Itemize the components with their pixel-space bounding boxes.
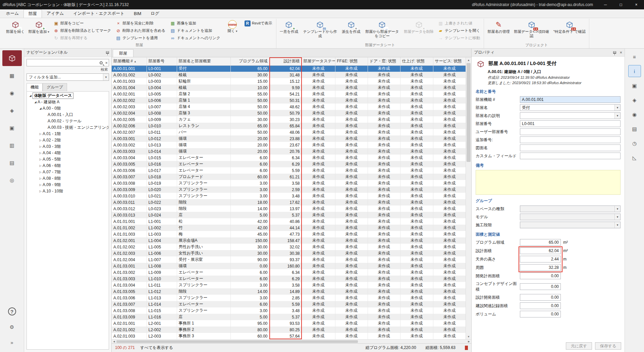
tree-a05[interactable]: ▷A.05 - 5階 <box>27 156 109 163</box>
menu-bim[interactable]: BIM <box>129 9 146 18</box>
panel-documents-panel[interactable]: ▤ <box>628 123 641 135</box>
column-header[interactable]: プログラム領域 <box>230 57 269 65</box>
tree-a04[interactable]: ▷A.04 - 4階 <box>27 150 109 156</box>
tree-a02[interactable]: ▷A.02 - 2階 <box>27 137 109 143</box>
table-row[interactable]: A.00.02.006L0-010レストラン65.0065.84未作成未作成未作… <box>112 123 466 129</box>
room-name-description-input[interactable]: ▼ <box>520 112 621 119</box>
panel-model-panel[interactable]: ◈ <box>628 94 641 106</box>
sidebar-buildings-view[interactable]: ▥ <box>2 137 22 153</box>
menu-import-export[interactable]: インポート・エクスポート <box>68 9 129 18</box>
table-row[interactable]: A.01.03.004L1-011スプリンクラー3.003.58未作成未作成未作… <box>112 282 466 288</box>
ribbon-button-apply-template[interactable]: ▤テンプレートを適用 <box>114 35 167 42</box>
ribbon-button-www-open[interactable]: www開く ▾ <box>223 19 242 43</box>
notes-field[interactable] <box>476 170 621 195</box>
table-row[interactable]: A.00.01.002L0-002植栽30.0031.48未作成未作成未作成未作… <box>112 72 466 78</box>
ribbon-button-create-unique[interactable]: +一意を作成 <box>278 19 300 43</box>
table-row[interactable]: A.01.02.002L1-005男性お手洗い30.0032.02未作成未作成未… <box>112 244 466 250</box>
table-row[interactable]: A.00.03.011L0-022階段18.0017.62未作成未作成未作成未作… <box>112 199 466 206</box>
table-row[interactable]: A.00.01.003L0-003駐輪所15.0015.12未作成未作成未作成未… <box>112 78 466 84</box>
column-header[interactable]: サービス: 状態 <box>433 57 466 65</box>
ribbon-button-manage-room-names[interactable]: ✎部屋名の管理 <box>486 19 511 43</box>
chevron-down-icon[interactable]: ▼ <box>614 113 620 119</box>
ribbon-button-delete-room-permanently[interactable]: ×部屋を完全に削除 <box>114 20 167 27</box>
table-row[interactable]: A.01.03.003L1-010エレベーター6.006.29未作成未作成未作成… <box>112 276 466 282</box>
tree-a01[interactable]: ▷A.01 - 1階 <box>27 131 109 137</box>
scroll-up-icon[interactable]: ▲ <box>466 57 471 63</box>
save-button[interactable]: 保存する <box>595 342 621 350</box>
panel-measure-panel[interactable]: ◺ <box>628 152 641 164</box>
tree-collapsed-icon[interactable]: ▷ <box>38 190 43 193</box>
close-button[interactable]: × <box>629 0 644 9</box>
ribbon-button-open-room[interactable]: →部屋を開く <box>5 19 26 43</box>
sidebar-items-view[interactable]: ▦ <box>2 68 22 83</box>
room-name-input[interactable]: 受付▼ <box>520 104 621 111</box>
sidebar-products-view[interactable]: ◉ <box>2 85 22 101</box>
tree-a08[interactable]: ▷A.08 - 8階 <box>27 175 109 182</box>
tree-expanded-icon[interactable]: ◢ <box>38 107 43 110</box>
tree-a0003[interactable]: A.00.03 - 技術・エンジニアリング <box>27 124 109 131</box>
maximize-button[interactable]: □ <box>613 0 629 9</box>
table-row[interactable]: A.01.02.004L1-007受付・展示室90.0093.37未作成未作成未… <box>112 256 466 263</box>
tree-collapsed-icon[interactable]: ▷ <box>38 171 43 174</box>
table-row[interactable]: A.01.03.006L1-013スプリンクラー3.002.85未作成未作成未作… <box>112 295 466 301</box>
table-row[interactable]: A.00.03.009L0-020スプリンクラー3.002.59未作成未作成未作… <box>112 186 466 193</box>
construction-record-area-input[interactable]: 0.00 <box>520 302 561 309</box>
chevron-down-icon[interactable]: ▼ <box>614 105 620 111</box>
table-row[interactable]: A.00.03.002L0-013循環20.0023.67未作成未作成未作成未作… <box>112 142 466 148</box>
concept-design-area-input[interactable]: 0.00 <box>520 283 561 290</box>
sidebar-classification-view[interactable]: ◎ <box>2 172 22 188</box>
sidebar-rooms-view[interactable] <box>2 50 22 66</box>
tree-collapsed-icon[interactable]: ▷ <box>38 158 43 161</box>
tab-groups[interactable]: グループ <box>43 83 67 91</box>
volume-input[interactable]: 0.00 <box>520 311 561 317</box>
room-function-number-input[interactable]: A.00.01.001 <box>520 96 621 103</box>
table-row[interactable]: A.01.03.005L1-012階段14.0014.89未作成未作成未作成未作… <box>112 288 466 295</box>
table-row[interactable]: A.01.02.003L1-006女性お手洗い30.0030.38未作成未作成未… <box>112 250 466 256</box>
table-row[interactable]: A.00.03.003L0-014循環20.0020.76未作成未作成未作成未作… <box>112 148 466 155</box>
tree-a0001[interactable]: A.00.01 - 入口 <box>27 112 109 118</box>
design-development-area-input[interactable]: 0.00 <box>520 294 561 301</box>
table-row[interactable]: A.00.01.001L0-001受付65.0062.04未作成未作成未作成未作… <box>112 65 466 72</box>
table-row[interactable]: A.01.03.002L1-009エレベーター6.006.34未作成未作成未作成… <box>112 269 466 276</box>
table-row[interactable]: A.02.01.003L2-003事務所 360.0057.64未作成未作成未作… <box>112 333 466 339</box>
design-area-input[interactable]: 62.04 <box>520 247 561 254</box>
pin-icon[interactable] <box>106 51 109 54</box>
sidebar-systems-view[interactable]: ◈ <box>2 103 22 118</box>
vertical-scrollbar[interactable]: ▲ ▼ <box>466 57 471 339</box>
tab-rooms[interactable]: 部屋 <box>113 49 133 57</box>
panel-info-panel[interactable]: i <box>628 65 641 77</box>
column-header[interactable]: FF&E: 状態 <box>335 57 368 65</box>
table-row[interactable]: A.00.03.004L0-015エレベーター6.006.34未作成未作成未作成… <box>112 155 466 161</box>
menu-home[interactable]: ホーム <box>1 9 23 18</box>
table-row[interactable]: A.00.03.005L0-016エレベーター6.006.29未作成未作成未作成… <box>112 161 466 167</box>
development-plan-area-input[interactable]: 0.00 <box>520 273 561 279</box>
table-row[interactable]: A.01.03.007L1-014エレベーター6.005.59未作成未作成未作成… <box>112 301 466 307</box>
pin-icon[interactable] <box>613 51 616 54</box>
ribbon-button-delete-room-data[interactable]: ×部屋データを削除 <box>402 19 435 43</box>
menu-items[interactable]: アイテム <box>42 9 68 18</box>
tree-collapsed-icon[interactable]: ▷ <box>38 183 43 186</box>
sidebar-settings[interactable]: ⚙ <box>2 321 22 333</box>
panel-history-panel[interactable]: ◷ <box>628 137 641 149</box>
ribbon-button-add-room[interactable]: +部屋を追加 ▾ <box>27 19 51 43</box>
column-header[interactable]: 部屋データステータス <box>302 57 335 65</box>
close-panel-icon[interactable]: × <box>620 50 622 55</box>
custom-field-input[interactable] <box>520 153 621 159</box>
column-header[interactable]: 仕上げ: 状態 <box>400 57 433 65</box>
space-type-input[interactable]: ▼ <box>520 206 621 212</box>
search-input[interactable] <box>26 59 109 66</box>
tree-collapsed-icon[interactable]: ▷ <box>38 132 43 135</box>
revert-button[interactable]: 元に戻す <box>566 342 592 350</box>
ceiling-height-input[interactable]: 2.44 <box>520 256 561 262</box>
add-filter-dropdown[interactable]: フィルタを追加... ▼ <box>26 73 109 81</box>
table-row[interactable]: A.02.01.001L2-001事務所 195.0093.53未作成未作成未作… <box>112 320 466 327</box>
tree-expanded-icon[interactable]: ◢ <box>33 101 38 104</box>
ribbon-button-copy-room-data-from-room[interactable]: →部屋から部屋データをコピー <box>363 19 401 43</box>
sidebar-expand-panel[interactable]: » <box>2 337 22 348</box>
construction-stage-input[interactable]: ▼ <box>520 222 621 228</box>
ribbon-button-create-derived[interactable]: +派生を作成 <box>340 19 362 43</box>
table-row[interactable]: A.00.03.007L0-018プロムナード60.0061.21未作成未作成未… <box>112 174 466 180</box>
tree-collapsed-icon[interactable]: ▷ <box>38 164 43 167</box>
column-header[interactable]: ドア・窓: 状態 <box>368 57 400 65</box>
table-row[interactable]: A.00.03.013L0-024店5.005.37未作成未作成未作成未作成未作… <box>112 212 466 218</box>
